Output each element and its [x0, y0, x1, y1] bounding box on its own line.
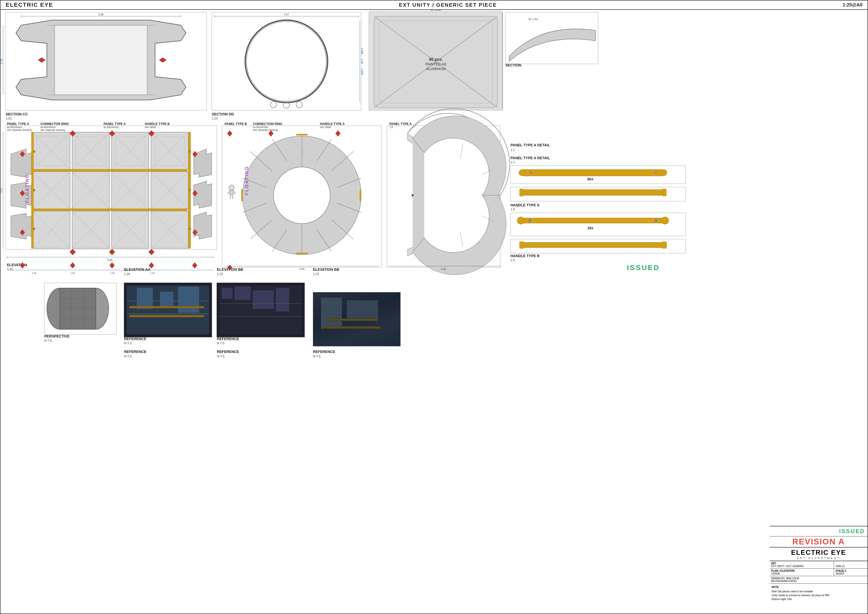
svg-rect-1: [54, 25, 147, 95]
svg-text:ALUMINUM: ALUMINUM: [426, 67, 446, 71]
svg-rect-252: [523, 242, 662, 248]
svg-text:1.35: 1.35: [32, 272, 36, 274]
svg-point-140: [274, 167, 330, 224]
svg-text:5.85: 5.85: [107, 259, 113, 262]
svg-rect-215: [129, 306, 204, 308]
svg-rect-222: [235, 287, 250, 300]
svg-point-95: [189, 189, 191, 191]
tb-row-1: SET EXT UNITY / EXT GENERIC 1585.21: [770, 561, 868, 569]
svg-text:PANEL TYPE B: PANEL TYPE B: [225, 122, 247, 126]
art-dept: ART DEPARTMENT: [770, 557, 866, 560]
svg-text:1:25: 1:25: [212, 117, 218, 120]
svg-text:2.70: 2.70: [0, 59, 3, 64]
svg-point-234: [661, 169, 667, 176]
svg-text:1.580: 1.580: [361, 48, 363, 54]
svg-point-161: [229, 185, 234, 190]
svg-text:as Aluminium: as Aluminium: [7, 126, 22, 129]
svg-text:as Aluminium: as Aluminium: [253, 126, 268, 129]
page: ELECTRIC EYE EXT UNITY / GENERIC SET PIE…: [0, 0, 868, 614]
svg-rect-240: [519, 189, 523, 196]
svg-text:REFERENCE: REFERENCE: [124, 337, 146, 341]
svg-marker-186: [70, 262, 75, 268]
svg-text:40 pcs.: 40 pcs.: [429, 57, 443, 62]
svg-text:1:5: 1:5: [510, 208, 515, 211]
svg-text:see separate drawing: see separate drawing: [40, 129, 65, 132]
header-scale: 1:25@A0: [843, 2, 862, 8]
svg-text:1:5: 1:5: [389, 126, 393, 129]
svg-point-93: [33, 228, 35, 230]
svg-text:see detail: see detail: [145, 126, 156, 129]
svg-rect-221: [222, 288, 232, 298]
svg-text:1.50: 1.50: [110, 272, 115, 274]
svg-text:PANEL TYPE A: PANEL TYPE A: [7, 122, 29, 126]
svg-rect-214: [178, 287, 199, 313]
svg-text:ISSUED: ISSUED: [627, 264, 660, 271]
svg-text:W: 2.4m: W: 2.4m: [529, 18, 538, 21]
svg-text:1:25: 1:25: [6, 117, 12, 120]
issued-label: ISSUED: [839, 528, 865, 534]
svg-text:CONNECTION RING: CONNECTION RING: [253, 122, 282, 126]
svg-text:see detail: see detail: [320, 126, 331, 129]
main-drawing: 5.85 2.70 SECTION CC 1:25 4.47 3.20 1.58…: [0, 10, 770, 538]
svg-rect-241: [662, 189, 666, 196]
svg-text:FLOATING: FLOATING: [25, 174, 30, 203]
svg-rect-245: [523, 218, 662, 223]
svg-text:1.50: 1.50: [70, 272, 75, 274]
svg-text:1:1: 1:1: [510, 161, 515, 164]
header-bar: ELECTRIC EYE EXT UNITY / GENERIC SET PIE…: [0, 0, 868, 10]
svg-text:as Aluminium: as Aluminium: [40, 126, 56, 129]
reference-2-section: REFERENCE N.T.S.: [217, 350, 239, 358]
svg-text:5.85: 5.85: [98, 13, 104, 16]
svg-text:1:25: 1:25: [7, 267, 13, 271]
svg-rect-88: [33, 209, 187, 211]
svg-text:N.T.S.: N.T.S.: [124, 341, 133, 345]
svg-text:HANDLE TYPE A: HANDLE TYPE A: [510, 203, 539, 207]
svg-rect-253: [519, 242, 524, 248]
svg-text:4.47: 4.47: [284, 13, 289, 16]
svg-text:SECTION: SECTION: [505, 63, 521, 67]
svg-text:66x: 66x: [587, 177, 594, 181]
svg-text:SECTION CC: SECTION CC: [6, 112, 28, 116]
header-center-title: EXT UNITY / GENERIC SET PIECE: [399, 2, 497, 8]
svg-text:HANDLE TYPE B: HANDLE TYPE B: [510, 254, 539, 258]
svg-text:PAINTED AS: PAINTED AS: [425, 62, 446, 66]
svg-point-91: [33, 150, 35, 153]
svg-text:HANDLE TYPE A: HANDLE TYPE A: [320, 122, 345, 126]
elevation-aa-label: ELEVATION AA 1:25: [124, 267, 150, 276]
panel-type-detail-label: PANEL TYPE A DETAIL 1:1: [510, 143, 550, 152]
svg-text:4.40: 4.40: [441, 268, 446, 271]
svg-text:PERSPECTIVE: PERSPECTIVE: [44, 334, 70, 338]
svg-marker-107: [109, 249, 115, 255]
svg-text:PANEL TYPE A: PANEL TYPE A: [104, 122, 126, 126]
svg-text:16x: 16x: [587, 226, 594, 230]
svg-rect-232: [523, 169, 662, 176]
stage-label: STAGE 2 160304: [834, 569, 868, 576]
svg-rect-223: [253, 291, 274, 309]
svg-rect-159: [241, 190, 243, 201]
svg-text:4.60: 4.60: [299, 268, 304, 271]
svg-text:W: ~2.4m: W: ~2.4m: [431, 10, 441, 11]
tb-row-2: PLAN / ELEVATION 120638 STAGE 2 160304: [770, 569, 868, 576]
svg-rect-254: [662, 242, 666, 248]
svg-point-246: [517, 217, 524, 224]
svg-text:1:5: 1:5: [510, 259, 515, 262]
svg-rect-158: [296, 253, 307, 254]
svg-point-233: [519, 169, 525, 176]
svg-rect-157: [296, 134, 307, 135]
revision-label: REVISION A: [770, 537, 867, 546]
reference-3-label: REFERENCE N.T.S.: [313, 350, 335, 358]
svg-text:see separate drawing: see separate drawing: [7, 129, 32, 132]
svg-text:SECTION DD: SECTION DD: [212, 112, 234, 116]
elevation-bb-section: ELEVATION BB 1:25: [217, 267, 243, 276]
note-text: Both Set pieces need to be movableUnity …: [772, 589, 865, 601]
svg-rect-239: [523, 190, 662, 195]
elevation-bb-right-label: ELEVATION BB 1:25: [313, 267, 339, 276]
title-block: ISSUED REVISION A ELECTRIC EYE ART DEPAR…: [770, 526, 868, 614]
svg-point-94: [189, 150, 191, 153]
tb-row-3: DRAWN BY: MALCOLM REVISION/REVISION: [770, 576, 868, 584]
svg-text:3.20: 3.20: [361, 59, 363, 64]
svg-text:CONNECTOR RING: CONNECTOR RING: [40, 122, 69, 126]
svg-marker-189: [192, 262, 197, 268]
svg-point-92: [33, 189, 35, 191]
svg-text:as Aluminium: as Aluminium: [104, 126, 119, 129]
